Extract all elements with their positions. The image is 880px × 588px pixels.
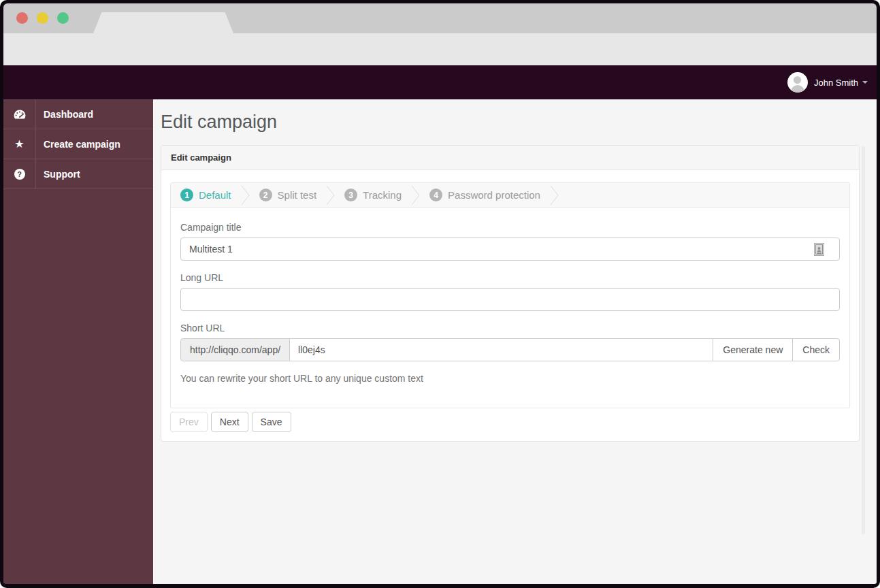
minimize-window-button[interactable] bbox=[37, 12, 48, 24]
chevron-down-icon bbox=[862, 81, 868, 84]
short-url-prefix: http://cliqqo.com/app/ bbox=[180, 338, 290, 361]
wizard-step-content: Campaign title bbox=[171, 208, 849, 408]
sidebar-item-label: Support bbox=[36, 159, 80, 189]
edit-campaign-panel: Edit campaign 1 Default bbox=[161, 145, 860, 442]
step-number-badge: 1 bbox=[180, 189, 193, 201]
step-label: Password protection bbox=[448, 189, 540, 201]
save-button[interactable]: Save bbox=[252, 412, 291, 432]
long-url-input[interactable] bbox=[180, 288, 840, 311]
question-circle-icon: ? bbox=[3, 159, 36, 189]
generate-new-button[interactable]: Generate new bbox=[713, 338, 793, 361]
panel-heading: Edit campaign bbox=[161, 146, 859, 170]
traffic-lights bbox=[16, 12, 69, 24]
short-url-label: Short URL bbox=[180, 323, 840, 333]
sidebar-item-dashboard[interactable]: Dashboard bbox=[3, 99, 153, 129]
step-separator-chevron-icon bbox=[550, 185, 559, 206]
app-header: John Smith bbox=[3, 65, 877, 99]
wizard-step-default[interactable]: 1 Default bbox=[180, 189, 231, 201]
step-label: Split test bbox=[278, 189, 317, 201]
campaign-wizard: 1 Default 2 Split test bbox=[170, 182, 850, 408]
page-title: Edit campaign bbox=[161, 112, 860, 133]
wizard-actions: Prev Next Save bbox=[170, 412, 850, 432]
browser-tab[interactable] bbox=[93, 12, 233, 33]
step-separator-chevron-icon bbox=[241, 185, 250, 206]
sidebar-item-create-campaign[interactable]: ★ Create campaign bbox=[3, 129, 153, 159]
prev-button[interactable]: Prev bbox=[170, 412, 208, 432]
step-number-badge: 4 bbox=[429, 189, 442, 201]
sidebar-item-label: Create campaign bbox=[36, 129, 120, 159]
main-content: Edit campaign Edit campaign 1 Default bbox=[153, 99, 877, 584]
next-button[interactable]: Next bbox=[211, 412, 248, 432]
short-url-input[interactable] bbox=[290, 338, 713, 361]
browser-addressbar[interactable] bbox=[3, 33, 877, 65]
scrollbar[interactable] bbox=[862, 146, 865, 534]
step-label: Default bbox=[199, 189, 231, 201]
step-separator-chevron-icon bbox=[411, 185, 420, 206]
step-number-badge: 3 bbox=[344, 189, 357, 201]
check-button[interactable]: Check bbox=[792, 338, 840, 361]
user-name: John Smith bbox=[814, 78, 858, 88]
avatar bbox=[787, 72, 808, 93]
short-url-help-text: You can rewrite your short URL to any un… bbox=[180, 373, 840, 384]
wizard-step-password-protection[interactable]: 4 Password protection bbox=[429, 189, 540, 201]
sidebar: Dashboard ★ Create campaign ? Support bbox=[3, 99, 153, 584]
campaign-title-label: Campaign title bbox=[180, 222, 840, 233]
step-separator-chevron-icon bbox=[326, 185, 335, 206]
wizard-step-tracking[interactable]: 3 Tracking bbox=[344, 189, 402, 201]
sidebar-item-support[interactable]: ? Support bbox=[3, 159, 153, 189]
autofill-icon[interactable] bbox=[814, 243, 824, 259]
maximize-window-button[interactable] bbox=[57, 12, 69, 24]
user-menu[interactable]: John Smith bbox=[787, 72, 868, 93]
wizard-steps: 1 Default 2 Split test bbox=[171, 183, 849, 208]
sidebar-item-label: Dashboard bbox=[36, 100, 93, 129]
step-label: Tracking bbox=[363, 189, 402, 201]
browser-titlebar bbox=[3, 3, 877, 33]
step-number-badge: 2 bbox=[259, 189, 272, 201]
close-window-button[interactable] bbox=[16, 12, 28, 24]
star-icon: ★ bbox=[3, 129, 36, 159]
long-url-label: Long URL bbox=[180, 272, 840, 283]
wizard-step-split-test[interactable]: 2 Split test bbox=[259, 189, 317, 201]
dashboard-icon bbox=[3, 100, 36, 129]
campaign-title-input[interactable] bbox=[180, 238, 840, 261]
browser-window: John Smith bbox=[0, 0, 880, 588]
